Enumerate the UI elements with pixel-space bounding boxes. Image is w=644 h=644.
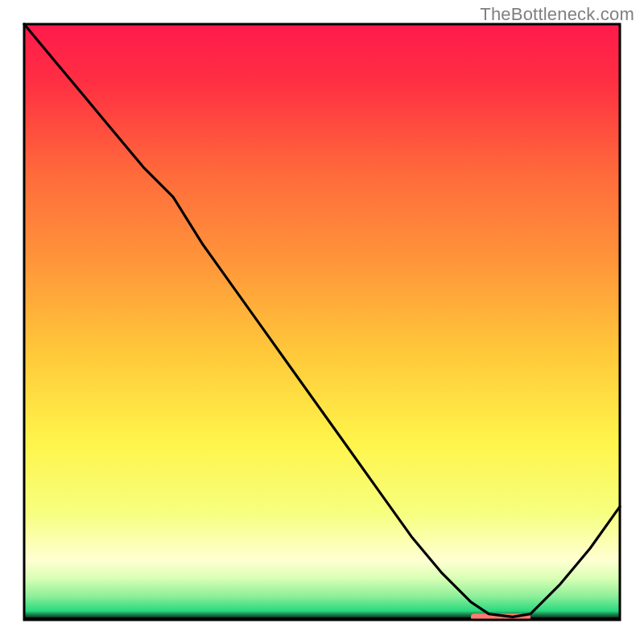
chart-root: TheBottleneck.com <box>0 0 644 644</box>
bottleneck-chart <box>0 0 644 644</box>
watermark-text: TheBottleneck.com <box>480 4 634 25</box>
gradient-background <box>24 24 620 620</box>
